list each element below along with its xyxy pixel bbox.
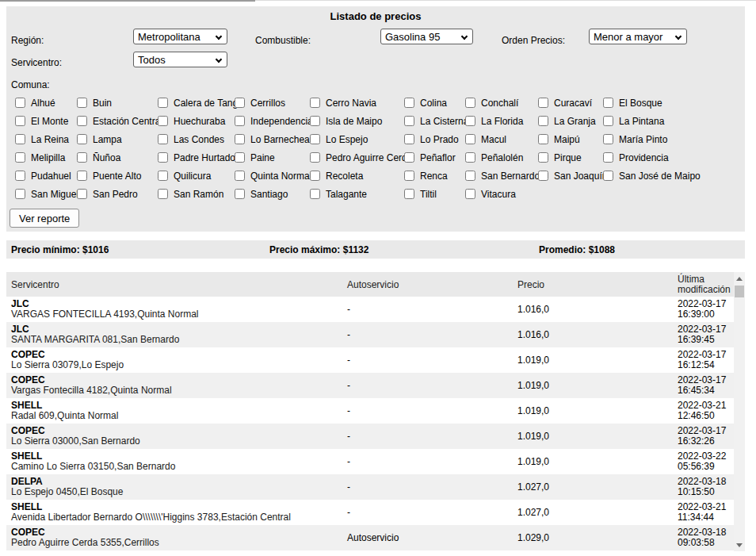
table-header-precio: Precio [517,272,544,297]
comuna-checkbox[interactable] [404,116,414,126]
comuna-checkbox[interactable] [465,189,475,199]
comuna-checkbox[interactable] [538,98,548,108]
table-body: JLCVARGAS FONTECILLA 4193,Quinta Normal-… [6,297,734,550]
comuna-checkbox-label: Pedro Aguirre Cerda [326,152,412,163]
comuna-checkbox[interactable] [538,171,548,181]
comuna-checkbox[interactable] [235,171,245,181]
table-row: SHELLAvenida Libertador Bernardo O\\\\\\… [6,500,734,525]
comuna-checkbox-label: Lo Espejo [326,134,368,145]
comuna-checkbox[interactable] [404,189,414,199]
comuna-checkbox-label: Huechuraba [174,116,225,127]
comuna-checkbox[interactable] [77,189,87,199]
comuna-checkbox[interactable] [15,134,25,144]
comuna-checkbox[interactable] [538,152,548,163]
comuna-checkbox[interactable] [158,152,168,163]
comuna-option: María Pinto [603,134,728,145]
orden-precios-select-value: Menor a mayor [594,31,662,43]
comuna-checkbox[interactable] [603,152,613,163]
comuna-checkbox[interactable] [235,189,245,199]
station-address: Lo Sierra 03079,Lo Espejo [11,360,124,370]
comuna-checkbox[interactable] [465,116,475,126]
comuna-checkbox[interactable] [158,189,168,199]
comuna-checkbox[interactable] [158,171,168,181]
combustible-select[interactable]: Gasolina 95 [380,29,473,44]
comuna-checkbox[interactable] [235,116,245,126]
comuna-checkbox-label: San Bernardo [481,171,540,182]
comuna-checkbox[interactable] [465,98,475,108]
comuna-checkbox[interactable] [158,98,168,108]
chevron-down-icon [216,33,222,40]
comuna-checkbox[interactable] [538,116,548,126]
ultima-modificacion-cell: 2022-03-1716:39:45 [678,324,726,345]
comuna-checkbox[interactable] [15,171,25,181]
comuna-option: Conchalí [465,98,538,109]
station-address: Vargas Fontecilla 4182,Quinta Normal [11,385,172,396]
autoservicio-cell: - [347,373,350,398]
region-select-value: Metropolitana [138,31,200,43]
comuna-checkbox[interactable] [15,189,25,199]
comuna-checkbox[interactable] [15,98,25,108]
comuna-checkbox[interactable] [404,134,414,144]
comuna-checkbox[interactable] [310,116,320,126]
station-address: Lo Espejo 0450,El Bosque [11,487,123,497]
comuna-checkbox[interactable] [15,116,25,126]
table-scrollbar[interactable] [734,272,745,551]
comuna-checkbox[interactable] [465,134,475,144]
scrollbar-thumb[interactable] [735,286,744,297]
region-select[interactable]: Metropolitana [133,29,227,44]
comuna-checkbox-label: Ñuñoa [93,152,120,163]
servicentro-cell: COPECPedro Aguirre Cerda 5355,Cerrillos [11,527,159,548]
ultima-modificacion-cell: 2022-03-1716:32:26 [678,426,726,447]
comuna-checkbox[interactable] [465,171,475,181]
comuna-checkbox[interactable] [235,98,245,108]
comuna-checkbox[interactable] [77,116,87,126]
comuna-checkbox[interactable] [77,152,87,163]
comuna-checkbox[interactable] [158,134,168,144]
comuna-checkbox[interactable] [77,98,87,108]
chevron-down-icon [461,33,468,40]
ultima-modificacion-cell: 2022-03-1716:45:34 [678,375,726,396]
comuna-checkbox[interactable] [77,134,87,144]
comuna-checkbox[interactable] [404,98,414,108]
comuna-checkbox[interactable] [603,171,613,181]
station-address: Pedro Aguirre Cerda 5355,Cerrillos [11,538,159,548]
comuna-checkbox[interactable] [310,134,320,144]
comuna-checkbox-label: María Pinto [619,134,667,145]
table-header-servicentro: Servicentro [11,272,59,297]
comuna-checkbox-label: Cerrillos [250,98,285,109]
filters-panel: Listado de precios Región: Metropolitana… [6,6,745,232]
station-address: VARGAS FONTECILLA 4193,Quinta Normal [11,309,199,320]
comuna-checkbox[interactable] [538,134,548,144]
comuna-option: Huechuraba [158,116,235,127]
comuna-checkbox[interactable] [77,171,87,181]
ver-reporte-button[interactable]: Ver reporte [10,209,79,228]
table-header-ultima-modificacion: Última modificación [678,272,733,297]
comuna-checkbox[interactable] [404,152,414,163]
comuna-checkbox[interactable] [235,134,245,144]
servicentro-select[interactable]: Todos [133,52,227,67]
comuna-checkbox[interactable] [310,98,320,108]
comuna-checkbox[interactable] [15,152,25,163]
table-row: COPECVargas Fontecilla 4182,Quinta Norma… [6,373,734,398]
comuna-checkbox[interactable] [404,171,414,181]
comuna-option: San José de Maipo [603,171,728,182]
comuna-checkbox[interactable] [310,152,320,163]
comuna-option: Lo Barnechea [235,134,310,145]
comuna-checkbox[interactable] [235,152,245,163]
comuna-checkbox-label: Maipú [554,134,580,145]
comuna-checkbox[interactable] [465,152,475,163]
comuna-option: La Cisterna [404,116,465,127]
scroll-down-button[interactable] [734,539,745,550]
comuna-checkbox[interactable] [603,134,613,144]
comuna-checkbox[interactable] [310,189,320,199]
modification-time: 16:45:34 [678,385,726,396]
scroll-up-button[interactable] [734,273,745,284]
comuna-checkbox[interactable] [158,116,168,126]
comuna-option: Melipilla [15,152,77,163]
modification-time: 09:03:58 [678,538,726,548]
comuna-checkbox[interactable] [603,98,613,108]
comuna-checkbox[interactable] [603,116,613,126]
comuna-checkbox[interactable] [310,171,320,181]
orden-precios-select[interactable]: Menor a mayor [589,29,687,44]
comuna-checkbox-label: Colina [420,98,447,109]
